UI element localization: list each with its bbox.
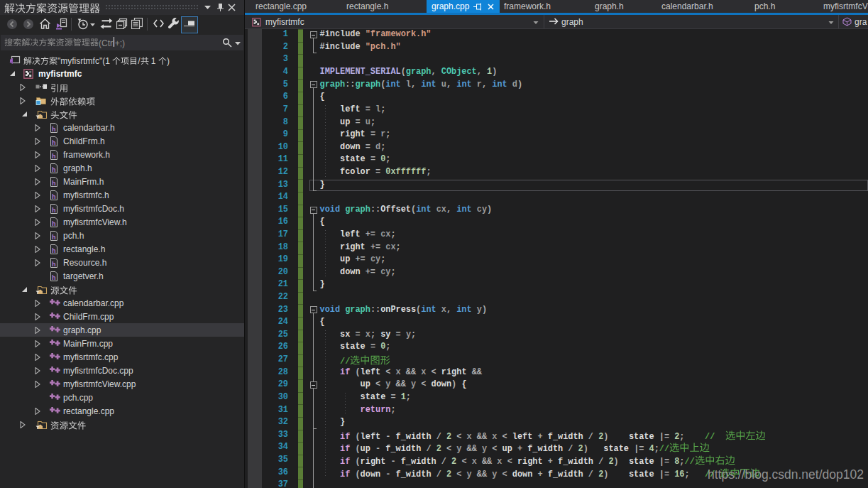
- svg-text:h: h: [52, 273, 56, 281]
- svg-text:h: h: [52, 233, 56, 240]
- svg-text:h: h: [52, 206, 56, 213]
- svg-text:h: h: [52, 193, 56, 200]
- svg-text:h: h: [52, 260, 56, 267]
- svg-text:h: h: [52, 246, 56, 254]
- svg-text:h: h: [52, 125, 56, 132]
- svg-text:h: h: [52, 179, 56, 186]
- svg-text:h: h: [52, 139, 56, 146]
- svg-text:h: h: [52, 166, 56, 173]
- svg-text:h: h: [52, 152, 56, 159]
- svg-text:h: h: [52, 219, 56, 227]
